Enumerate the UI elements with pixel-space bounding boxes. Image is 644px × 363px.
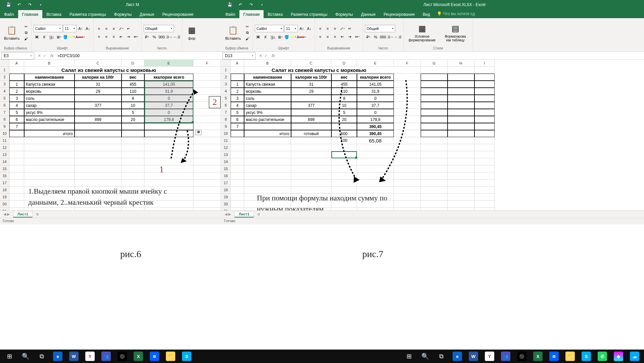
bold-button[interactable]: Ж [255, 34, 262, 40]
cut-icon[interactable]: ✂ [244, 24, 250, 29]
skype-icon[interactable]: S [179, 350, 195, 363]
row-header[interactable]: 9 [0, 123, 9, 130]
save-icon[interactable]: 💾 [227, 2, 233, 8]
cell-name[interactable]: уксус 9% [24, 109, 75, 116]
name-box[interactable]: D13▾ [223, 52, 256, 59]
number-format-select[interactable]: Общий▾ [365, 25, 395, 32]
col-header[interactable]: D [331, 60, 357, 67]
tab-review[interactable]: Рецензирование [379, 10, 419, 18]
borders-button[interactable]: ⊞ [277, 34, 284, 40]
align-left-icon[interactable]: ≡ [96, 33, 102, 40]
align-middle-icon[interactable]: ≡ [324, 25, 331, 32]
row-header[interactable]: 14 [0, 158, 9, 165]
row-header[interactable]: 1 [221, 67, 231, 74]
tab-formulas[interactable]: Формулы [331, 10, 357, 18]
grow-font-icon[interactable]: A↑ [298, 25, 305, 32]
font-color-button[interactable]: A [297, 34, 306, 40]
row-header[interactable]: 17 [221, 179, 231, 187]
font-color-button[interactable]: A [76, 34, 85, 40]
tab-layout[interactable]: Разметка страницы [287, 10, 331, 18]
tab-file[interactable]: Файл [0, 10, 18, 18]
row-header[interactable]: 11 [0, 137, 9, 144]
tab-insert[interactable]: Вставка [42, 10, 65, 18]
sheet-tab[interactable]: Лист1 [234, 211, 254, 217]
search-icon[interactable]: 🔍 [17, 350, 34, 363]
qat-more-icon[interactable]: ▾ [38, 2, 44, 8]
copy-icon[interactable]: ⧉ [244, 30, 250, 35]
confirm-fx-icon[interactable]: ✓ [264, 53, 268, 58]
tab-data[interactable]: Данные [357, 10, 379, 18]
cell-name[interactable]: Капуста свежая [24, 81, 75, 88]
cancel-fx-icon[interactable]: ✕ [38, 53, 41, 58]
row-header[interactable]: 2 [0, 74, 9, 81]
add-sheet-icon[interactable]: ⊕ [254, 212, 264, 216]
borders-button[interactable]: ⊞ [56, 34, 62, 40]
comma-icon[interactable]: 000 [158, 34, 165, 40]
row-header[interactable]: 6 [221, 102, 231, 109]
col-header[interactable]: C [75, 60, 122, 67]
col-header[interactable]: H [448, 60, 474, 67]
panda-icon[interactable]: ⚫ [514, 350, 530, 363]
start-button[interactable]: ⊞ [401, 350, 417, 363]
row-header[interactable]: 20 [0, 201, 9, 208]
sheet-nav-icon[interactable]: ◀ ▶ [221, 212, 234, 216]
font-name-select[interactable]: Calibri▾ [34, 25, 62, 32]
cell-name[interactable]: масло растительное [24, 116, 75, 123]
row-header[interactable]: 6 [0, 102, 9, 109]
col-header[interactable]: F [394, 60, 421, 67]
row-header[interactable]: 7 [221, 109, 231, 116]
row-header[interactable]: 20 [221, 201, 231, 208]
row-header[interactable]: 19 [221, 194, 231, 201]
row-header[interactable]: 3 [0, 81, 9, 88]
row-header[interactable]: 13 [0, 151, 9, 158]
col-header[interactable]: I [474, 60, 495, 67]
itogo-label[interactable]: итого [24, 130, 75, 137]
grow-font-icon[interactable]: A↑ [77, 25, 84, 32]
indent-inc-icon[interactable]: ⇥ [347, 33, 353, 40]
row-header[interactable]: 4 [221, 88, 231, 95]
row-header[interactable]: 16 [221, 172, 231, 179]
app-icon[interactable]: ☁ [627, 350, 643, 363]
tab-view[interactable]: Вид [419, 10, 434, 18]
align-bottom-icon[interactable]: ≡ [332, 25, 338, 32]
format-table-button[interactable]: ▤ Форматирова как таблицу [440, 23, 471, 43]
name-box[interactable]: E3▾ [1, 52, 34, 59]
row-header[interactable]: 14 [221, 158, 231, 165]
shrink-font-icon[interactable]: A↓ [85, 25, 91, 32]
inc-decimal-icon[interactable]: .0→ [166, 34, 173, 40]
indent-dec-icon[interactable]: ⇤ [118, 33, 125, 40]
explorer-icon[interactable]: 📁 [562, 350, 578, 363]
col-header[interactable]: C [291, 60, 331, 67]
italic-button[interactable]: К [41, 34, 48, 40]
qat-more-icon[interactable]: ▾ [259, 2, 265, 8]
cancel-fx-icon[interactable]: ✕ [259, 53, 262, 58]
row-header[interactable]: 1 [0, 67, 9, 74]
sheet-nav-icon[interactable]: ◀ ▶ [0, 212, 13, 216]
edge-icon[interactable]: e [449, 350, 465, 363]
excel-icon[interactable]: X [130, 350, 146, 363]
row-header[interactable]: 2 [221, 74, 231, 81]
row-header[interactable]: 16 [0, 172, 9, 179]
row-header[interactable]: 3 [221, 81, 231, 88]
tab-home[interactable]: Главная [18, 10, 43, 18]
tab-insert[interactable]: Вставка [264, 10, 287, 18]
wrap-text-icon[interactable]: ↵ [125, 25, 132, 32]
underline-button[interactable]: Ч [270, 34, 276, 40]
cond-format-button[interactable]: ▦ Условное форматирование [406, 23, 439, 43]
cell-name[interactable]: соль [24, 95, 75, 102]
row-header[interactable]: 8 [221, 116, 231, 123]
shrink-font-icon[interactable]: A↓ [306, 25, 313, 32]
col-header[interactable]: A [231, 60, 244, 67]
percent-icon[interactable]: % [151, 34, 158, 40]
currency-icon[interactable]: ₽ [144, 34, 150, 40]
teams-icon[interactable]: 👥 [498, 350, 514, 363]
undo-icon[interactable]: ↶ [237, 2, 243, 8]
taskview-icon[interactable]: ⧉ [34, 350, 50, 363]
percent-icon[interactable]: % [372, 34, 379, 40]
merge-button[interactable]: ⇔ [133, 33, 139, 40]
orientation-icon[interactable]: ⤢ [339, 25, 346, 32]
indent-dec-icon[interactable]: ⇤ [339, 33, 346, 40]
skype-icon[interactable]: S [578, 350, 594, 363]
comma-icon[interactable]: 000 [380, 34, 386, 40]
col-name[interactable]: наименование [24, 74, 75, 81]
